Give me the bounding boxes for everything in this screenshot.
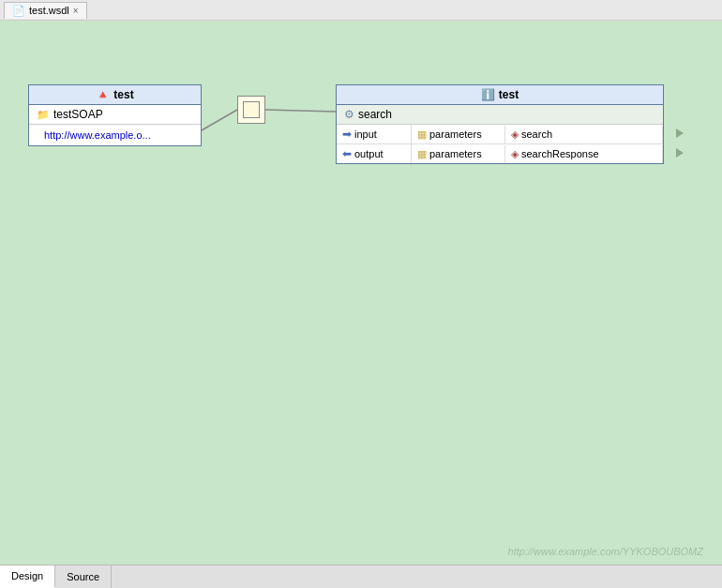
input-arrow (676, 128, 684, 141)
output-elem-cell: ◈ searchResponse (505, 145, 663, 163)
binding-box[interactable] (237, 96, 265, 124)
title-tab[interactable]: 📄 test.wsdl × (4, 2, 87, 19)
folder-icon: 📁 (37, 109, 50, 121)
wsdl-canvas: 🔺 test 📁 testSOAP http://www.example.o..… (0, 21, 722, 565)
bottom-tabs: Design Source (0, 565, 722, 588)
output-label: output (354, 148, 384, 159)
tab-source[interactable]: Source (55, 565, 112, 588)
input-icon: ➡ (342, 128, 352, 141)
service-item-label: testSOAP (53, 108, 103, 121)
input-elem-label: search (521, 128, 552, 140)
operation-header[interactable]: ⚙ search (337, 105, 663, 125)
param-icon-input: ▦ (417, 128, 427, 141)
param-icon-output: ▦ (417, 148, 427, 160)
input-row[interactable]: ➡ input ▦ parameters ◈ search (337, 125, 663, 144)
input-param-cell: ▦ parameters (412, 126, 505, 143)
svg-line-1 (265, 110, 336, 112)
binding-inner (243, 101, 260, 118)
porttype-title: test (499, 88, 519, 101)
output-arrow (676, 147, 684, 160)
watermark: http://www.example.com/YYKOBOUBOMZ (508, 546, 703, 557)
service-box-title: test (113, 88, 133, 101)
service-url: http://www.example.o... (37, 128, 158, 143)
output-dir-cell: ⬅ output (337, 144, 412, 163)
output-param-cell: ▦ parameters (412, 145, 505, 163)
output-param-label: parameters (429, 148, 482, 159)
input-label: input (354, 128, 377, 140)
input-dir-cell: ➡ input (337, 125, 412, 143)
service-box-header: 🔺 test (29, 85, 201, 105)
service-url-row: http://www.example.o... (29, 125, 201, 145)
gear-icon: ⚙ (344, 108, 354, 121)
operation-label: search (358, 108, 392, 121)
elem-icon-output: ◈ (511, 148, 519, 160)
title-bar: 📄 test.wsdl × (0, 0, 722, 21)
service-item[interactable]: 📁 testSOAP (29, 105, 201, 125)
input-param-label: parameters (429, 128, 482, 140)
output-elem-label: searchResponse (521, 148, 599, 159)
elem-icon-input: ◈ (511, 128, 519, 141)
close-icon[interactable]: × (73, 6, 79, 16)
info-icon: ℹ️ (481, 88, 495, 101)
input-elem-cell: ◈ search (505, 126, 663, 143)
service-box: 🔺 test 📁 testSOAP http://www.example.o..… (28, 84, 202, 146)
porttype-box: ℹ️ test ⚙ search ➡ input ▦ parameters ◈ … (336, 84, 664, 164)
wsdl-file-icon: 📄 (12, 5, 25, 17)
tab-design[interactable]: Design (0, 565, 55, 588)
output-row[interactable]: ⬅ output ▦ parameters ◈ searchResponse (337, 144, 663, 163)
output-icon: ⬅ (342, 147, 352, 160)
porttype-header: ℹ️ test (337, 85, 663, 105)
title-tab-label: test.wsdl (29, 5, 69, 16)
service-icon: 🔺 (96, 88, 110, 101)
svg-line-0 (202, 110, 237, 130)
